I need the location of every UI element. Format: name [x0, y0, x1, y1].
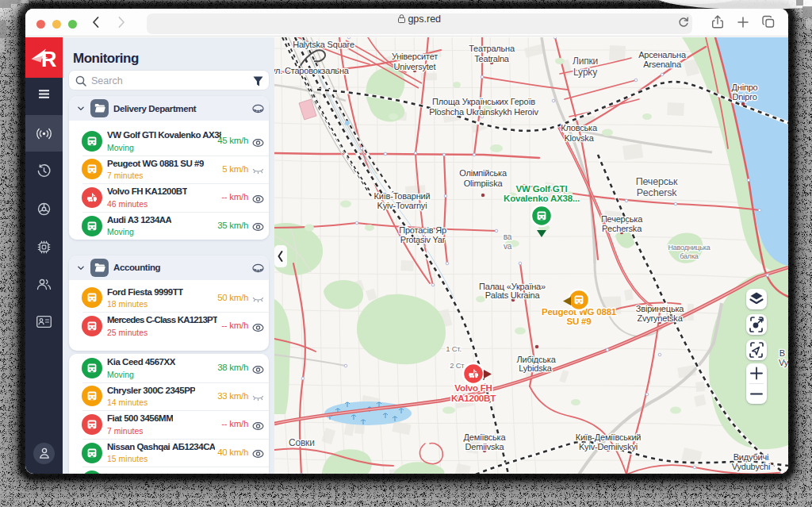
svg-text:Наводницька: Наводницька [668, 244, 710, 252]
svg-text:Palats Ukraina: Palats Ukraina [485, 290, 541, 300]
svg-text:Arsenalna: Arsenalna [643, 60, 682, 69]
svg-text:Ploshcha Ukrainskykh Heroiv: Ploshcha Ukrainskykh Heroiv [429, 107, 538, 117]
svg-text:Vy: Vy [779, 358, 788, 367]
svg-text:Дніпро: Дніпро [732, 83, 758, 92]
svg-text:Липки: Липки [573, 56, 598, 67]
svg-text:Zvyrynetska: Zvyrynetska [637, 313, 683, 323]
svg-text:Kyiv-Tovarnyi: Kyiv-Tovarnyi [377, 201, 427, 210]
svg-text:Київ-Товарний: Київ-Товарний [374, 191, 431, 201]
svg-text:Lypky: Lypky [573, 67, 597, 78]
svg-text:Університет: Університет [392, 52, 438, 61]
svg-text:Dnipro: Dnipro [732, 92, 756, 102]
svg-text:Olimpiiska: Olimpiiska [464, 179, 504, 188]
svg-text:Universytet: Universytet [394, 62, 436, 71]
svg-text:Протасів Яр: Протасів Яр [399, 225, 446, 235]
svg-text:2 Ст.: 2 Ст. [450, 361, 465, 370]
svg-text:Звіринецька: Звіринецька [636, 304, 684, 313]
svg-text:SU #9: SU #9 [567, 317, 592, 326]
svg-text:1 Ст.: 1 Ст. [446, 344, 462, 353]
svg-text:ва: ва [504, 232, 512, 241]
svg-text:Арсенальна: Арсенальна [638, 50, 687, 60]
svg-text:Совки: Совки [289, 437, 315, 448]
svg-text:Kovalenko AX38...: Kovalenko AX38... [504, 194, 580, 203]
svg-text:Klovska: Klovska [564, 133, 594, 143]
svg-text:Pechersk: Pechersk [637, 187, 677, 198]
svg-text:Кловська: Кловська [561, 123, 598, 133]
svg-text:Vydubychi: Vydubychi [732, 462, 771, 471]
svg-text:Олімпійська: Олімпійська [459, 168, 508, 178]
svg-text:Protasiv Yar: Protasiv Yar [400, 235, 446, 244]
svg-text:Печерськ: Печерськ [636, 176, 678, 187]
svg-text:Lybidska: Lybidska [519, 363, 552, 373]
svg-text:KA1200BT: KA1200BT [451, 394, 496, 403]
svg-text:Театральна: Театральна [469, 44, 515, 53]
svg-text:Kyiv-Demiivskyi: Kyiv-Demiivskyi [579, 442, 638, 451]
svg-text:Печерська: Печерська [601, 214, 643, 224]
svg-text:Видубичі: Видубичі [733, 452, 769, 462]
svg-text:VW Golf GTI: VW Golf GTI [516, 184, 568, 194]
svg-text:Teatralna: Teatralna [474, 54, 510, 63]
svg-text:Площа Українських Героїв: Площа Українських Героїв [432, 97, 535, 106]
svg-text:Halytska Square: Halytska Square [293, 40, 354, 49]
svg-text:Pecherska: Pecherska [602, 224, 642, 233]
svg-text:ул. Старовокзальна: ул. Старовокзальна [274, 66, 350, 75]
svg-text:балка: балка [680, 252, 699, 260]
svg-text:va: va [504, 242, 512, 251]
svg-text:В: В [779, 348, 785, 358]
svg-text:Київ-Деміївський: Київ-Деміївський [576, 432, 642, 442]
svg-text:Demiivska: Demiivska [465, 442, 505, 451]
svg-text:Деміївська: Деміївська [464, 432, 507, 442]
